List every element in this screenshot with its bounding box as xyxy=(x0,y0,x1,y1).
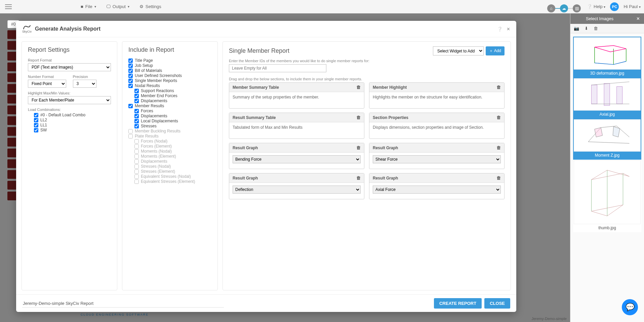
output-menu[interactable]: 🖵 Output ▾ xyxy=(106,4,129,9)
avatar[interactable]: PC xyxy=(610,2,619,11)
help-menu[interactable]: ❔ Help ▾ xyxy=(587,4,605,9)
model-step-icon[interactable]: ⌂ xyxy=(547,4,555,12)
menu-icon[interactable] xyxy=(3,2,13,12)
topbar: ■ File ▾ 🖵 Output ▾ ⚙ Settings Model ⌂ S… xyxy=(0,0,644,13)
solve-step-icon[interactable]: ☁ xyxy=(560,4,568,12)
file-menu[interactable]: ■ File ▾ xyxy=(81,4,96,9)
design-step-icon[interactable]: ▤ xyxy=(573,4,581,12)
user-menu[interactable]: Hi Paul ▾ xyxy=(623,4,641,9)
top-menu: ■ File ▾ 🖵 Output ▾ ⚙ Settings xyxy=(81,4,161,9)
settings-menu[interactable]: ⚙ Settings xyxy=(139,4,161,9)
